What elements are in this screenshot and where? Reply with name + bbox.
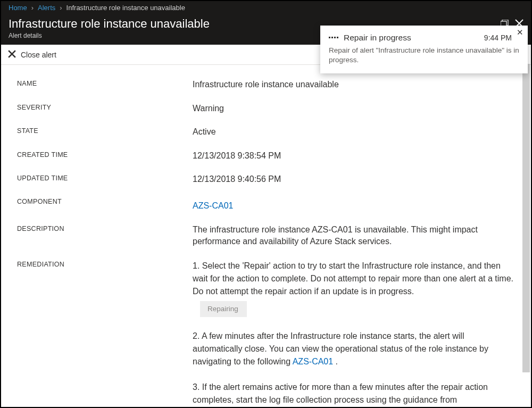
description-value: The infrastructure role instance AZS-CA0… bbox=[193, 224, 515, 248]
name-label: NAME bbox=[17, 79, 193, 87]
state-value: Active bbox=[193, 126, 515, 138]
field-state: STATE Active bbox=[17, 126, 515, 138]
toast-close-icon[interactable]: ✕ bbox=[517, 28, 523, 37]
remediation-step-2a: 2. A few minutes after the Infrastructur… bbox=[193, 331, 488, 366]
breadcrumb-current: Infrastructure role instance unavailable bbox=[66, 4, 185, 12]
created-value: 12/13/2018 9:38:54 PM bbox=[193, 150, 515, 162]
breadcrumb-home[interactable]: Home bbox=[9, 4, 27, 12]
created-label: CREATED TIME bbox=[17, 150, 193, 159]
scrollbar-track[interactable] bbox=[522, 64, 530, 405]
remediation-step-2b: . bbox=[333, 357, 338, 366]
field-name: NAME Infrastructure role instance unavai… bbox=[17, 79, 515, 90]
severity-value: Warning bbox=[193, 103, 515, 114]
updated-value: 12/13/2018 9:40:56 PM bbox=[193, 173, 515, 185]
description-label: DESCRIPTION bbox=[17, 224, 193, 232]
breadcrumb: Home › Alerts › Infrastructure role inst… bbox=[1, 1, 531, 14]
close-icon bbox=[7, 49, 16, 60]
page-title: Infrastructure role instance unavailable bbox=[9, 17, 210, 31]
component-label: COMPONENT bbox=[17, 197, 193, 205]
toast-title: Repair in progress bbox=[344, 33, 411, 43]
remediation-value: 1. Select the 'Repair' action to try to … bbox=[193, 260, 515, 408]
field-remediation: REMEDIATION 1. Select the 'Repair' actio… bbox=[17, 260, 515, 408]
field-component: COMPONENT AZS-CA01 bbox=[17, 197, 515, 212]
state-label: STATE bbox=[17, 126, 193, 135]
name-value: Infrastructure role instance unavailable bbox=[193, 79, 515, 90]
close-alert-label: Close alert bbox=[21, 51, 56, 59]
progress-spinner-icon bbox=[329, 35, 338, 40]
repairing-button: Repairing bbox=[200, 301, 247, 317]
field-created-time: CREATED TIME 12/13/2018 9:38:54 PM bbox=[17, 150, 515, 162]
field-description: DESCRIPTION The infrastructure role inst… bbox=[17, 224, 515, 248]
updated-label: UPDATED TIME bbox=[17, 173, 193, 182]
toast-body: Repair of alert "Infrastructure role ins… bbox=[329, 46, 519, 65]
remediation-label: REMEDIATION bbox=[17, 260, 193, 268]
severity-label: SEVERITY bbox=[17, 103, 193, 111]
toast-notification: ✕ Repair in progress 9:44 PM Repair of a… bbox=[320, 26, 528, 73]
remediation-step-1: 1. Select the 'Repair' action to try to … bbox=[193, 261, 513, 296]
remediation-step-3a: 3. If the alert remains active for more … bbox=[193, 382, 488, 404]
chevron-right-icon: › bbox=[60, 4, 62, 12]
field-updated-time: UPDATED TIME 12/13/2018 9:40:56 PM bbox=[17, 173, 515, 185]
scrollbar-thumb[interactable] bbox=[522, 64, 530, 372]
chevron-right-icon: › bbox=[31, 4, 34, 12]
content-area: NAME Infrastructure role instance unavai… bbox=[1, 65, 531, 408]
component-link[interactable]: AZS-CA01 bbox=[193, 201, 233, 210]
remediation-step-2-link[interactable]: AZS-CA01 bbox=[293, 357, 333, 366]
page-subtitle: Alert details bbox=[9, 32, 210, 39]
close-alert-button[interactable]: Close alert bbox=[7, 49, 56, 60]
field-severity: SEVERITY Warning bbox=[17, 103, 515, 114]
toast-time: 9:44 PM bbox=[484, 34, 512, 42]
breadcrumb-alerts[interactable]: Alerts bbox=[38, 4, 55, 12]
